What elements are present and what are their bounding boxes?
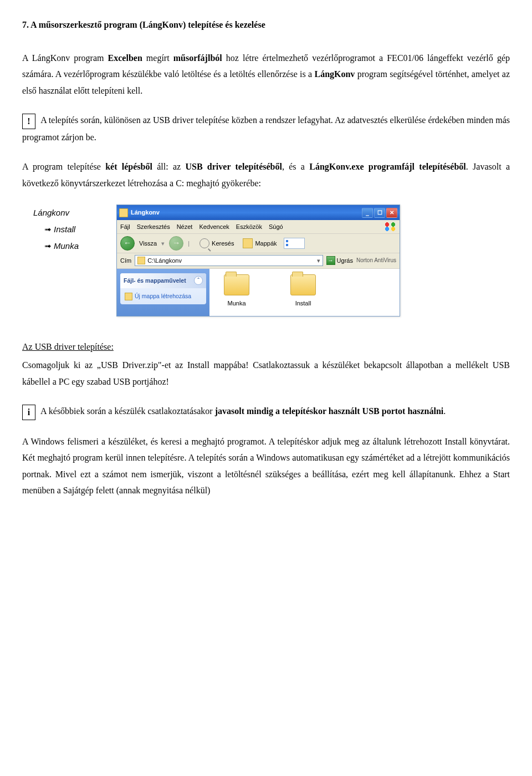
toolbar: ← Vissza ▾ → | Keresés Mappák	[117, 234, 400, 253]
address-label: Cím	[120, 255, 131, 266]
arrow-icon: ➟	[44, 241, 52, 251]
text-bold: LángKonv.exe programfájl telepítéséből	[309, 162, 466, 171]
menu-view[interactable]: Nézet	[177, 221, 193, 232]
explorer-window: Lángkonv ‗ ☐ ✕ Fájl Szerkesztés Nézet Ke…	[116, 205, 400, 316]
file-pane[interactable]: Munka Install	[209, 269, 400, 316]
paragraph-usb-instructions: Csomagoljuk ki az „USB Driver.zip"-et az…	[22, 357, 510, 390]
text: áll: az	[152, 162, 186, 171]
paragraph-windows-detect: A Windows felismeri a készüléket, és ker…	[22, 433, 510, 499]
paragraph-steps: A program telepítése két lépésből áll: a…	[22, 159, 510, 191]
norton-label[interactable]: Norton AntiVirus	[356, 256, 396, 266]
folder-icon	[290, 274, 316, 295]
text: megírt	[142, 53, 173, 63]
task-title: Fájl- és mappaművelet	[124, 275, 186, 286]
menu-help[interactable]: Súgó	[269, 221, 283, 232]
view-button[interactable]	[284, 238, 305, 249]
usb-section: Az USB driver telepítése:	[22, 339, 510, 355]
menubar: Fájl Szerkesztés Nézet Kedvencek Eszközö…	[117, 220, 400, 234]
address-bar: Cím C:\Lángkonv ▾ →Ugrás Norton AntiViru…	[117, 253, 400, 268]
text-bold: műsorfájlból	[173, 53, 222, 63]
text: A telepítés során, különösen az USB driv…	[22, 115, 510, 141]
paragraph-warning: ! A telepítés során, különösen az USB dr…	[22, 112, 510, 145]
window-title: Lángkonv	[131, 207, 160, 218]
paragraph-intro: A LángKonv program Excelben megírt műsor…	[22, 50, 510, 99]
warning-icon: !	[22, 114, 35, 129]
go-label: Ugrás	[337, 255, 353, 266]
folder-item-munka[interactable]: Munka	[217, 274, 256, 309]
text: , és a	[282, 162, 309, 171]
folder-icon	[224, 274, 249, 295]
close-button[interactable]: ✕	[386, 208, 397, 218]
text-bold: két lépésből	[105, 162, 152, 171]
info-icon: i	[22, 405, 35, 420]
back-label[interactable]: Vissza	[139, 238, 157, 249]
text: A későbbiek során a készülék csatlakozta…	[39, 406, 215, 416]
go-button[interactable]: →Ugrás	[326, 255, 353, 266]
task-body: Új mappa létrehozása	[120, 288, 206, 304]
side-panel: Fájl- és mappaművelet ˆ Új mappa létreho…	[117, 269, 209, 316]
folder-label: Install	[295, 298, 311, 309]
chevron-up-icon[interactable]: ˆ	[194, 276, 203, 285]
paragraph-info: i A későbbiek során a készülék csatlakoz…	[22, 403, 510, 420]
usb-heading: Az USB driver telepítése:	[22, 342, 114, 351]
text-bold: Excelben	[108, 53, 142, 63]
folder-icon	[119, 208, 128, 217]
tree-root: Lángkonv	[33, 205, 100, 221]
folder-label: Munka	[227, 298, 245, 309]
text-bold: USB driver telepítéséből	[185, 162, 282, 171]
folder-item-install[interactable]: Install	[284, 274, 323, 309]
dropdown-icon[interactable]: ▾	[317, 255, 320, 266]
arrow-icon: ➟	[44, 224, 52, 234]
menu-tools[interactable]: Eszközök	[236, 221, 262, 232]
folder-icon	[243, 238, 253, 248]
text-bold: LángKonv	[314, 69, 355, 79]
address-path: C:\Lángkonv	[147, 255, 182, 266]
folders-button[interactable]: Mappák	[241, 237, 279, 250]
minimize-button[interactable]: ‗	[362, 208, 373, 218]
search-button[interactable]: Keresés	[197, 237, 236, 250]
menu-file[interactable]: Fájl	[120, 221, 130, 232]
maximize-button[interactable]: ☐	[374, 208, 385, 218]
search-icon	[200, 238, 209, 248]
menu-edit[interactable]: Szerkesztés	[137, 221, 170, 232]
text: .	[443, 406, 446, 416]
separator: |	[188, 238, 190, 249]
new-folder-link[interactable]: Új mappa létrehozása	[135, 293, 191, 299]
folders-label: Mappák	[255, 238, 277, 249]
text: A program telepítése	[22, 162, 105, 171]
go-arrow-icon: →	[326, 256, 335, 265]
task-header[interactable]: Fájl- és mappaművelet ˆ	[120, 273, 206, 288]
back-button[interactable]: ←	[120, 236, 135, 251]
windows-flag-icon	[384, 222, 396, 231]
text-bold: javasolt mindig a telepítéskor használt …	[215, 406, 444, 416]
titlebar[interactable]: Lángkonv ‗ ☐ ✕	[117, 205, 400, 219]
tree-item: Install	[54, 224, 75, 234]
task-panel: Fájl- és mappaművelet ˆ Új mappa létreho…	[120, 273, 206, 305]
section-heading: 7. A műsorszerkesztő program (LángKonv) …	[22, 17, 510, 33]
text: A LángKonv program	[22, 53, 108, 63]
new-folder-icon	[125, 293, 132, 300]
dropdown-icon[interactable]: ▾	[161, 238, 165, 249]
search-label: Keresés	[212, 238, 234, 249]
tree-item: Munka	[54, 241, 79, 251]
folder-tree: Lángkonv ➟Install ➟Munka	[33, 205, 100, 254]
folder-icon	[137, 257, 145, 264]
menu-favorites[interactable]: Kedvencek	[199, 221, 229, 232]
address-input[interactable]: C:\Lángkonv ▾	[135, 255, 323, 266]
forward-button[interactable]: →	[169, 236, 183, 251]
